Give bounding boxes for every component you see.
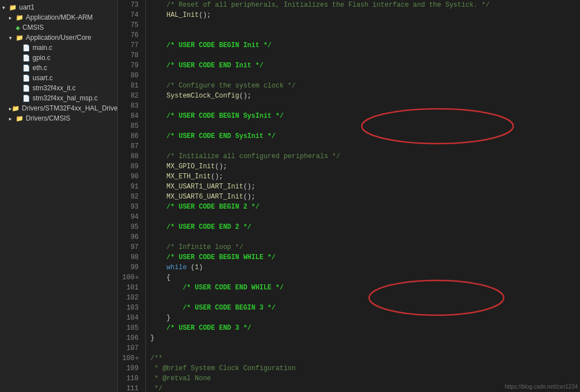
line-number: 90	[122, 172, 141, 182]
sidebar-item-label: uart1	[19, 3, 34, 11]
code-line	[150, 50, 580, 61]
arrow-icon	[9, 35, 16, 41]
sidebar-item-eth-c[interactable]: 📄 eth.c	[0, 63, 117, 73]
line-number: 77	[122, 40, 141, 50]
sidebar-item-drivers-hal[interactable]: 📁 Drivers/STM32F4xx_HAL_Driver	[0, 103, 117, 113]
sidebar-item-label: Drivers/CMSIS	[26, 114, 70, 122]
line-number: 74	[122, 10, 141, 20]
line-number: 107	[122, 343, 141, 353]
folder-icon: 📁	[16, 34, 24, 41]
line-number: 101	[122, 283, 141, 293]
code-line: /* USER CODE END SysInit */	[150, 131, 580, 141]
code-line: /* Infinite loop */	[150, 242, 580, 252]
line-number: 100⊖	[122, 273, 141, 283]
line-number: 102	[122, 293, 141, 303]
file-icon: 📄	[22, 95, 30, 102]
code-line: /* USER CODE BEGIN 2 */	[150, 202, 580, 212]
code-line: /* Reset of all peripherals, Initializes…	[150, 0, 580, 10]
code-line: MX_GPIO_Init();	[150, 162, 580, 172]
sidebar-item-user-core[interactable]: 📁 Application/User/Core	[0, 33, 117, 43]
line-number: 83	[122, 101, 141, 111]
sidebar-item-label: eth.c	[33, 64, 47, 72]
line-number: 97	[122, 242, 141, 252]
code-line	[150, 121, 580, 131]
sidebar-item-label: gpio.c	[33, 54, 50, 62]
watermark: https://blog.csdn.net/zxn1234	[505, 384, 578, 390]
line-number: 82	[122, 91, 141, 101]
line-number: 87	[122, 141, 141, 151]
line-number: 98	[122, 252, 141, 262]
code-line: * @retval None	[150, 373, 580, 384]
line-number: 80	[122, 71, 141, 81]
line-number: 85	[122, 121, 141, 131]
line-number: 92	[122, 192, 141, 202]
sidebar-item-stm32-hal[interactable]: 📄 stm32f4xx_hal_msp.c	[0, 93, 117, 103]
code-line	[150, 101, 580, 111]
sidebar-item-label: stm32f4xx_it.c	[33, 84, 76, 92]
folder-icon: 📁	[9, 4, 17, 11]
code-line: /**	[150, 353, 580, 363]
code-line: /* USER CODE BEGIN SysInit */	[150, 111, 580, 121]
folder-icon: 📁	[16, 14, 24, 21]
line-number: 106	[122, 333, 141, 343]
line-number: 111	[122, 384, 141, 392]
code-line: HAL_Init();	[150, 10, 580, 20]
line-number: 95	[122, 222, 141, 232]
line-number: 104	[122, 313, 141, 323]
code-line: while (1)	[150, 262, 580, 273]
code-line	[150, 20, 580, 30]
code-line: /* USER CODE BEGIN WHILE */	[150, 252, 580, 262]
code-line: /* USER CODE BEGIN Init */	[150, 40, 580, 50]
line-number: 84	[122, 111, 141, 121]
sidebar-item-uart1[interactable]: 📁 uart1	[0, 2, 117, 12]
line-number: 108⊖	[122, 353, 141, 363]
line-number: 73	[122, 0, 141, 10]
code-line: {	[150, 273, 580, 283]
code-line	[150, 30, 580, 40]
arrow-icon	[2, 4, 9, 11]
code-editor[interactable]: 7374757677787980818283848586878889909192…	[118, 0, 580, 392]
line-number: 91	[122, 182, 141, 192]
code-line: * @brief System Clock Configuration	[150, 363, 580, 373]
arrow-icon	[9, 15, 16, 21]
sidebar-item-label: Application/User/Core	[26, 34, 91, 41]
sidebar-item-cmsis[interactable]: ◆ CMSIS	[0, 22, 117, 33]
code-line	[150, 343, 580, 353]
sidebar-item-gpio-c[interactable]: 📄 gpio.c	[0, 53, 117, 63]
line-number: 93	[122, 202, 141, 212]
sidebar-item-main-c[interactable]: 📄 main.c	[0, 43, 117, 53]
sidebar-item-label: usart.c	[33, 74, 53, 82]
sidebar-item-label: main.c	[33, 44, 52, 52]
line-numbers: 7374757677787980818283848586878889909192…	[118, 0, 146, 392]
collapse-button[interactable]: ⊖	[136, 353, 139, 363]
code-line: /* USER CODE END WHILE */	[150, 283, 580, 293]
file-icon: 📄	[22, 54, 30, 62]
sidebar-item-label: CMSIS	[22, 24, 44, 31]
folder-icon: 📁	[16, 115, 24, 122]
collapse-button[interactable]: ⊖	[136, 273, 139, 283]
file-icon: 📄	[22, 75, 30, 82]
line-number: 81	[122, 81, 141, 91]
code-line: MX_USART6_UART_Init();	[150, 192, 580, 202]
line-number: 79	[122, 61, 141, 71]
code-line: }	[150, 333, 580, 343]
code-line	[150, 212, 580, 222]
sidebar-item-drivers-cmsis[interactable]: 📁 Drivers/CMSIS	[0, 113, 117, 123]
sidebar-item-usart-c[interactable]: 📄 usart.c	[0, 73, 117, 83]
line-number: 76	[122, 30, 141, 40]
code-line: /* USER CODE END 2 */	[150, 222, 580, 232]
code-editor-container: 7374757677787980818283848586878889909192…	[118, 0, 580, 392]
line-number: 105	[122, 323, 141, 333]
sidebar-item-mdk-arm[interactable]: 📁 Application/MDK-ARM	[0, 12, 117, 22]
diamond-icon: ◆	[16, 25, 20, 31]
line-number: 110	[122, 373, 141, 384]
line-number: 78	[122, 50, 141, 61]
code-line: SystemClock_Config();	[150, 91, 580, 101]
code-line	[150, 293, 580, 303]
sidebar-item-stm32-it[interactable]: 📄 stm32f4xx_it.c	[0, 83, 117, 93]
line-number: 109	[122, 363, 141, 373]
code-line: MX_ETH_Init();	[150, 172, 580, 182]
code-area: 7374757677787980818283848586878889909192…	[118, 0, 580, 392]
folder-icon: 📁	[12, 105, 20, 112]
code-line	[150, 232, 580, 242]
